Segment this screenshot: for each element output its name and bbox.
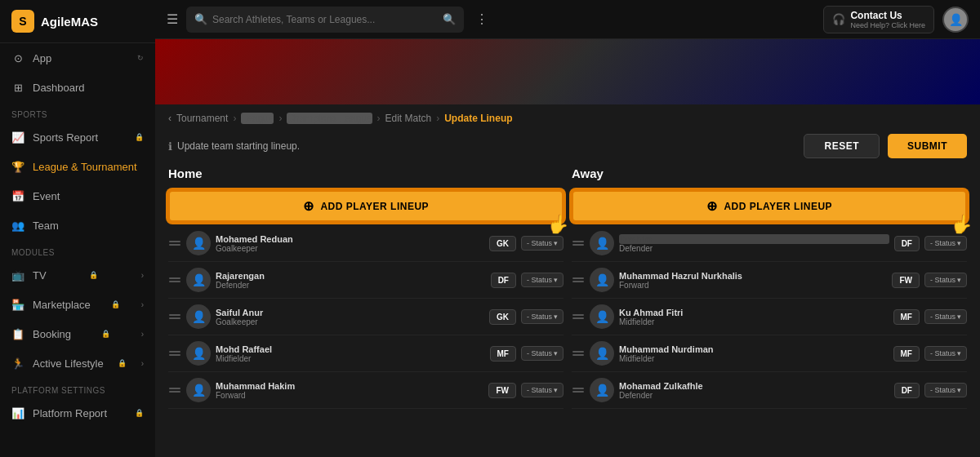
home-pos-badge-5: FW xyxy=(488,383,516,398)
home-header: Home xyxy=(168,166,564,184)
breadcrumb-champions[interactable]: Champions League xyxy=(287,113,372,124)
home-pos-badge-4: MF xyxy=(490,346,516,362)
away-player-avatar-2: 👤 xyxy=(590,268,614,292)
page-content: ‹ Tournament › League › Champions League… xyxy=(155,104,980,457)
drag-handle-5[interactable] xyxy=(168,388,181,393)
search-input[interactable] xyxy=(212,14,438,25)
dashboard-icon: ⊞ xyxy=(11,81,24,94)
home-cursor-icon: 👆 xyxy=(546,214,569,235)
home-status-label-5: - Status xyxy=(527,386,552,394)
away-status-dropdown-2[interactable]: - Status ▾ xyxy=(924,273,967,287)
home-status-dropdown-2[interactable]: - Status ▾ xyxy=(521,273,564,287)
away-status-dropdown-5[interactable]: - Status ▾ xyxy=(924,383,967,397)
breadcrumb-edit-match[interactable]: Edit Match xyxy=(385,113,432,124)
hamburger-icon[interactable]: ☰ xyxy=(167,11,178,27)
sports-report-icon: 📈 xyxy=(11,131,24,144)
away-player-role-2: Forward xyxy=(619,281,887,290)
away-add-player-button[interactable]: ⊕ ADD PLAYER LINEUP 👆 xyxy=(572,190,967,222)
away-player-avatar-1: 👤 xyxy=(590,231,614,255)
home-player-role-5: Forward xyxy=(216,391,483,400)
away-status-dropdown-4[interactable]: - Status ▾ xyxy=(924,346,967,361)
sidebar-item-app[interactable]: ⊙ App ↻ xyxy=(0,43,155,73)
away-pos-badge-1: DF xyxy=(894,236,920,251)
sidebar-item-booking[interactable]: 📋 Booking 🔒 › xyxy=(0,319,155,348)
away-player-role-4: Midfielder xyxy=(619,354,889,363)
lock-icon-marketplace: 🔒 xyxy=(111,300,120,308)
sidebar-item-team[interactable]: 👥 Team xyxy=(0,211,155,240)
search-icon: 🔍 xyxy=(194,13,207,25)
breadcrumb-active-item: Update Lineup xyxy=(444,113,512,124)
more-options-icon[interactable]: ⋮ xyxy=(475,11,488,27)
home-status-dropdown-4[interactable]: - Status ▾ xyxy=(521,346,564,361)
home-add-plus-icon: ⊕ xyxy=(303,198,314,214)
home-lineup-col: Home ⊕ ADD PLAYER LINEUP 👆 👤 Mohamed Red… xyxy=(168,166,564,409)
home-pos-badge-2: DF xyxy=(491,273,516,288)
away-player-info-4: Muhammad Nurdiman Midfielder xyxy=(619,344,889,363)
drag-handle-1[interactable] xyxy=(168,241,181,246)
submit-button[interactable]: SUBMIT xyxy=(888,134,967,158)
away-cursor-icon: 👆 xyxy=(950,214,973,235)
home-player-row-4: 👤 Mohd Raffael Midfielder MF - Status ▾ xyxy=(168,335,564,372)
home-status-dropdown-1[interactable]: - Status ▾ xyxy=(521,236,564,251)
sidebar-item-league-tournament[interactable]: 🏆 League & Tournament xyxy=(0,152,155,181)
sidebar-item-platform-report[interactable]: 📊 Platform Report 🔒 xyxy=(0,398,155,428)
booking-icon: 📋 xyxy=(11,327,24,340)
sidebar-label-marketplace: Marketplace xyxy=(33,299,91,311)
action-bar-info: ℹ Update team starting lineup. xyxy=(168,140,300,153)
drag-handle-2[interactable] xyxy=(168,277,181,282)
home-status-arrow-5: ▾ xyxy=(554,386,558,394)
sidebar-item-event[interactable]: 📅 Event xyxy=(0,181,155,211)
away-player-row-3: 👤 Ku Ahmad Fitri Midfielder MF - Status … xyxy=(572,299,967,335)
away-player-name-3: Ku Ahmad Fitri xyxy=(619,308,889,317)
lock-icon-sports-report: 🔒 xyxy=(135,133,144,141)
home-add-player-button[interactable]: ⊕ ADD PLAYER LINEUP 👆 xyxy=(168,190,564,222)
drag-handle-3[interactable] xyxy=(168,314,181,319)
home-status-dropdown-5[interactable]: - Status ▾ xyxy=(521,383,564,397)
away-player-info-3: Ku Ahmad Fitri Midfielder xyxy=(619,308,889,326)
sidebar-item-tv[interactable]: 📺 TV 🔒 › xyxy=(0,260,155,290)
away-header: Away xyxy=(572,166,967,184)
home-player-role-2: Defender xyxy=(216,281,486,290)
away-player-name-5: Mohamad Zulkafhle xyxy=(619,381,889,391)
sidebar-item-dashboard[interactable]: ⊞ Dashboard xyxy=(0,73,155,102)
home-player-info-4: Mohd Raffael Midfielder xyxy=(216,344,485,363)
away-drag-handle-3[interactable] xyxy=(572,314,585,319)
away-pos-badge-2: FW xyxy=(892,273,920,288)
home-status-arrow-3: ▾ xyxy=(554,313,558,321)
sidebar-item-sports-report[interactable]: 📈 Sports Report 🔒 xyxy=(0,122,155,152)
away-drag-handle-4[interactable] xyxy=(572,351,585,356)
sidebar-label-tv: TV xyxy=(33,269,47,282)
breadcrumb-sep-2: › xyxy=(278,113,282,124)
action-bar-info-text: Update team starting lineup. xyxy=(177,140,300,152)
home-pos-badge-3: GK xyxy=(489,309,516,325)
sidebar-item-marketplace[interactable]: 🏪 Marketplace 🔒 › xyxy=(0,290,155,319)
breadcrumb-tournament[interactable]: Tournament xyxy=(176,113,228,124)
lock-icon-active-lifestyle: 🔒 xyxy=(118,359,127,367)
away-status-dropdown-3[interactable]: - Status ▾ xyxy=(924,309,967,324)
drag-handle-4[interactable] xyxy=(168,351,181,356)
search-bar[interactable]: 🔍 🔍 xyxy=(186,7,464,33)
home-player-avatar-5: 👤 xyxy=(186,378,211,402)
home-player-avatar-3: 👤 xyxy=(186,304,211,329)
logo-icon: S xyxy=(11,10,34,33)
sidebar-label-booking: Booking xyxy=(33,328,71,340)
sidebar-item-active-lifestyle[interactable]: 🏃 Active Lifestyle 🔒 › xyxy=(0,348,155,378)
search-submit-icon[interactable]: 🔍 xyxy=(443,13,456,25)
home-player-info-3: Saiful Anur Goalkeeper xyxy=(216,308,484,326)
contact-us-sub-label: Need Help? Click Here xyxy=(850,21,925,29)
home-player-row-2: 👤 Rajarengan Defender DF - Status ▾ xyxy=(168,262,564,299)
event-icon: 📅 xyxy=(11,189,24,202)
breadcrumb-back-icon[interactable]: ‹ xyxy=(168,113,172,124)
breadcrumb-league[interactable]: League xyxy=(241,113,274,124)
user-avatar[interactable]: 👤 xyxy=(942,7,969,33)
reset-button[interactable]: RESET xyxy=(804,134,880,158)
away-drag-handle-5[interactable] xyxy=(572,388,585,393)
away-status-dropdown-1[interactable]: - Status ▾ xyxy=(924,236,967,251)
away-player-avatar-5: 👤 xyxy=(590,378,614,402)
home-status-dropdown-3[interactable]: - Status ▾ xyxy=(521,309,564,324)
away-player-avatar-3: 👤 xyxy=(590,304,614,329)
away-player-name-1: Ibrahim xyxy=(619,234,889,244)
contact-us-button[interactable]: 🎧 Contact Us Need Help? Click Here xyxy=(823,6,934,33)
away-drag-handle-1[interactable] xyxy=(572,241,585,246)
away-drag-handle-2[interactable] xyxy=(572,277,585,282)
